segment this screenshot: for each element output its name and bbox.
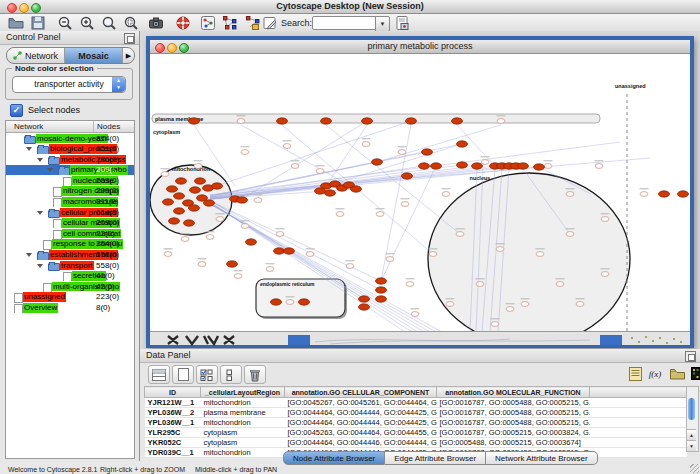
- network-node[interactable]: [566, 232, 574, 237]
- network-node[interactable]: [189, 118, 200, 124]
- table-cell-mol[interactable]: [GO:0016787, GO:0005215, GO:0003824, G..…: [437, 428, 590, 438]
- tree-row[interactable]: mosaic-demo-yeast874(0): [6, 133, 134, 144]
- network-node[interactable]: [362, 142, 370, 147]
- network-node[interactable]: [506, 307, 514, 312]
- table-column-header[interactable]: annotation.GO CELLULAR_COMPONENT: [285, 387, 437, 398]
- import-attributes-icon[interactable]: [667, 365, 687, 382]
- tree-row[interactable]: establishment of lo558(0): [6, 250, 134, 261]
- function-builder-icon[interactable]: f​(x): [645, 365, 665, 382]
- table-cell-mol[interactable]: [GO:0016787, GO:0005488, GO:0005215, G..…: [437, 408, 590, 418]
- network-node[interactable]: [452, 118, 463, 124]
- help-lifesaver-icon[interactable]: [175, 15, 191, 31]
- network-edge[interactable]: [210, 201, 381, 281]
- tree-row[interactable]: transport558(0): [6, 260, 134, 271]
- tree-row[interactable]: multi-organism pro42(0): [6, 281, 134, 292]
- network-node[interactable]: [497, 119, 505, 124]
- nucleus-region[interactable]: [428, 173, 630, 331]
- layout-network-icon[interactable]: [222, 15, 238, 31]
- expand-arrow-icon[interactable]: [37, 211, 43, 215]
- network-node[interactable]: [291, 164, 299, 169]
- network-node[interactable]: [534, 164, 545, 170]
- table-cell-cell[interactable]: [GO:0044464, GO:0044446, GO:0044444, G..…: [285, 438, 437, 448]
- network-node[interactable]: [401, 202, 409, 207]
- network-view-window[interactable]: primary metabolic process plasma membran…: [146, 36, 694, 348]
- network-node[interactable]: [496, 247, 504, 252]
- tree-row[interactable]: cellular metabol209(0): [6, 218, 134, 229]
- import-network-icon[interactable]: [394, 15, 410, 31]
- network-node[interactable]: [315, 188, 326, 194]
- network-node[interactable]: [195, 178, 206, 184]
- network-window-close-icon[interactable]: [155, 43, 165, 53]
- network-edge[interactable]: [210, 121, 411, 188]
- new-attribute-icon[interactable]: [172, 365, 194, 384]
- scroll-down-icon[interactable]: ▼: [687, 440, 696, 451]
- select-nodes-checkbox[interactable]: ✓: [10, 104, 23, 117]
- tree-row[interactable]: nitrogen compo209(0): [6, 186, 134, 197]
- network-node[interactable]: [277, 118, 288, 124]
- network-node[interactable]: [234, 274, 242, 279]
- network-canvas[interactable]: plasma membranecytoplasmmitochondrionnuc…: [150, 54, 690, 331]
- network-node[interactable]: [406, 282, 414, 287]
- network-node[interactable]: [169, 218, 180, 224]
- table-scrollbar[interactable]: ▲ ▼: [686, 386, 699, 452]
- float-data-panel-icon[interactable]: [685, 351, 696, 362]
- table-cell-region[interactable]: cytoplasm: [201, 428, 285, 438]
- network-node[interactable]: [518, 163, 529, 169]
- tree-row[interactable]: unassigned223(0): [6, 292, 134, 303]
- network-node[interactable]: [566, 192, 574, 197]
- tree-row[interactable]: primary metabo209(...: [6, 165, 134, 176]
- network-node[interactable]: [283, 144, 291, 149]
- annotation-icon[interactable]: [262, 15, 278, 31]
- table-cell-fill[interactable]: [590, 438, 687, 448]
- network-node[interactable]: [266, 267, 274, 272]
- network-node[interactable]: [446, 302, 454, 307]
- table-cell-region[interactable]: mitochondrion: [201, 398, 285, 408]
- network-node[interactable]: [321, 118, 332, 124]
- close-window-icon[interactable]: [7, 3, 17, 13]
- network-node[interactable]: [286, 300, 294, 305]
- network-node[interactable]: [376, 287, 387, 293]
- zoom-selected-icon[interactable]: [101, 15, 117, 31]
- network-node[interactable]: [198, 262, 206, 267]
- table-row[interactable]: YPL036W__1mitochondrion[GO:0044464, GO:0…: [145, 418, 687, 428]
- network-node[interactable]: [206, 235, 214, 240]
- network-node[interactable]: [216, 217, 224, 222]
- table-cell-id[interactable]: YPL036W__1: [145, 418, 201, 428]
- table-row[interactable]: YLR295Ccytoplasm[GO:0045263, GO:0044464,…: [145, 428, 687, 438]
- network-window-minimize-icon[interactable]: [167, 43, 177, 53]
- network-node[interactable]: [212, 183, 223, 189]
- tab-network-attribute-browser[interactable]: Network Attribute Browser: [486, 451, 597, 465]
- table-row[interactable]: YPL036W__2plasma membrane[GO:0044464, GO…: [145, 408, 687, 418]
- network-node[interactable]: [481, 160, 489, 165]
- network-node[interactable]: [476, 282, 484, 287]
- network-node[interactable]: [456, 232, 464, 237]
- network-node[interactable]: [346, 264, 354, 269]
- node-color-dropdown[interactable]: transporter activity ▲▼: [12, 76, 126, 93]
- network-graph[interactable]: plasma membranecytoplasmmitochondrionnuc…: [150, 54, 690, 331]
- tab-edge-attribute-browser[interactable]: Edge Attribute Browser: [385, 451, 486, 465]
- network-node[interactable]: [316, 169, 324, 174]
- delete-attribute-icon[interactable]: [244, 365, 266, 384]
- network-node[interactable]: [204, 200, 215, 206]
- table-cell-region[interactable]: mitochondrion: [201, 448, 285, 458]
- tree-row[interactable]: macromolecule311(0): [6, 197, 134, 208]
- network-node[interactable]: [194, 164, 202, 169]
- tree-row[interactable]: secretion41(0): [6, 271, 134, 282]
- table-cell-fill[interactable]: [590, 418, 687, 428]
- network-window-zoom-icon[interactable]: [179, 43, 189, 53]
- network-node[interactable]: [536, 252, 544, 257]
- float-panel-icon[interactable]: [124, 33, 135, 44]
- network-node[interactable]: [402, 173, 413, 179]
- matrix-icon[interactable]: [687, 365, 700, 382]
- network-node[interactable]: [576, 302, 584, 307]
- search-dropdown-icon[interactable]: ▼: [375, 16, 390, 32]
- zoom-fit-icon[interactable]: [123, 15, 139, 31]
- select-attributes-icon[interactable]: [196, 365, 218, 384]
- table-cell-region[interactable]: mitochondrion: [201, 418, 285, 428]
- network-node[interactable]: [237, 197, 248, 203]
- table-row[interactable]: YJR121W__1mitochondrion[GO:0045267, GO:0…: [145, 398, 687, 408]
- unselect-attributes-icon[interactable]: [220, 365, 242, 384]
- tab-mosaic[interactable]: Mosaic: [65, 48, 123, 63]
- expand-arrow-icon[interactable]: [47, 168, 53, 172]
- attribute-table-icon[interactable]: [148, 365, 170, 384]
